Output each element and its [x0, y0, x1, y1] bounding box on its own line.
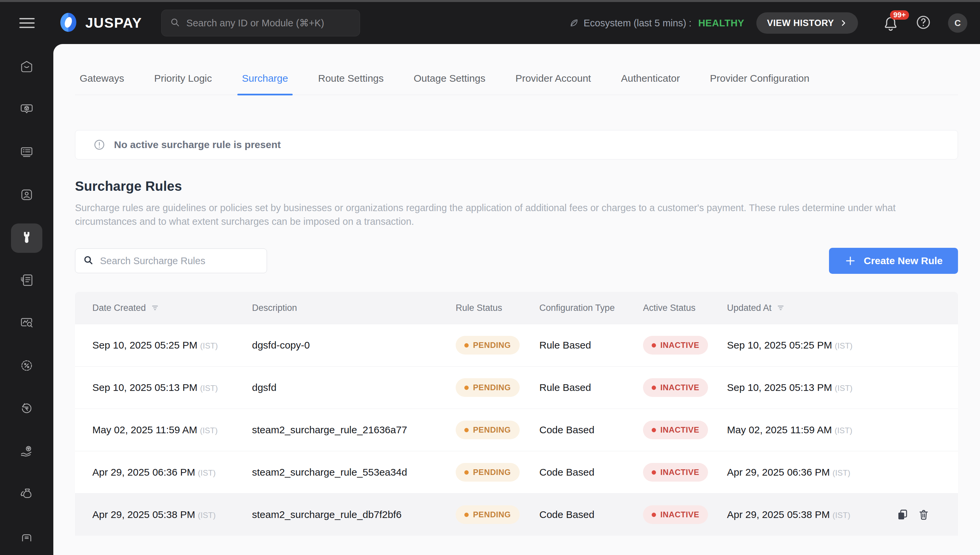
cell-updated-at: May 02, 2025 11:59 AM(IST) [727, 424, 892, 436]
rule-status-badge: PENDING [456, 336, 520, 354]
cell-active-status: INACTIVE [643, 336, 727, 354]
user-avatar[interactable]: C [948, 13, 967, 33]
sidebar-item-collections[interactable] [11, 473, 42, 516]
status-dot [652, 386, 656, 390]
cell-date-created: Sep 10, 2025 05:25 PM(IST) [92, 340, 252, 351]
create-new-rule-button[interactable]: Create New Rule [829, 248, 958, 274]
rule-search-input[interactable] [100, 255, 259, 266]
table-row[interactable]: Apr 29, 2025 05:38 PM(IST) steam2_surcha… [75, 493, 958, 536]
leaf-icon [569, 18, 579, 28]
cell-rule-status: PENDING [456, 463, 539, 482]
card-list-icon [19, 145, 34, 161]
alert-message: No active surcharge rule is present [114, 139, 281, 151]
sort-filter-icon[interactable] [776, 303, 785, 312]
cell-active-status: INACTIVE [643, 378, 727, 397]
chart-search-icon [19, 316, 34, 332]
copy-icon[interactable] [896, 508, 909, 521]
cell-active-status: INACTIVE [643, 463, 727, 482]
tab-priority-logic[interactable]: Priority Logic [149, 72, 216, 95]
cell-description: steam2_surcharge_rule_553ea34d [252, 467, 456, 478]
notifications-button[interactable]: 99+ [882, 15, 898, 31]
search-icon [169, 17, 180, 29]
column-rule-status: Rule Status [456, 303, 539, 313]
tab-surcharge[interactable]: Surcharge [237, 72, 293, 95]
tab-provider-configuration[interactable]: Provider Configuration [705, 72, 814, 95]
brand-logo: JUSPAY [59, 12, 142, 34]
main-panel: Gateways Priority Logic Surcharge Route … [53, 44, 980, 555]
timezone-label: (IST) [835, 341, 852, 350]
status-dot [464, 386, 468, 390]
tab-provider-account[interactable]: Provider Account [511, 72, 596, 95]
view-history-button[interactable]: VIEW HISTORY [756, 12, 858, 34]
money-bag-icon [19, 486, 34, 502]
sidebar-item-home[interactable] [11, 46, 42, 89]
plus-icon [844, 255, 856, 267]
column-configuration-type: Configuration Type [539, 303, 643, 313]
sort-filter-icon[interactable] [151, 303, 159, 312]
sidebar [0, 44, 53, 555]
table-row[interactable]: May 02, 2025 11:59 AM(IST) steam2_surcha… [75, 409, 958, 451]
ecosystem-label: Ecosystem (last 5 mins) : [584, 18, 692, 29]
sidebar-item-invoices[interactable] [11, 260, 42, 302]
create-new-rule-label: Create New Rule [864, 255, 943, 266]
status-dot [464, 513, 468, 517]
global-search[interactable] [161, 10, 360, 36]
table-header: Date Created Description Rule Status Con… [75, 292, 958, 324]
card-partial-icon [19, 531, 34, 543]
invoice-rupee-icon [19, 273, 34, 289]
active-status-badge: INACTIVE [643, 378, 708, 397]
sidebar-item-refunds[interactable] [11, 388, 42, 430]
sidebar-item-products[interactable] [11, 89, 42, 132]
rule-status-badge: PENDING [456, 505, 520, 524]
active-status-badge: INACTIVE [643, 420, 708, 439]
sidebar-item-orders[interactable] [11, 132, 42, 174]
tab-route-settings[interactable]: Route Settings [313, 72, 388, 95]
topbar: JUSPAY Ecosystem (last 5 mins) : HEALTHY… [0, 2, 980, 44]
sidebar-item-settlements[interactable] [11, 430, 42, 473]
cell-updated-at: Sep 10, 2025 05:25 PM(IST) [727, 340, 892, 351]
no-active-rule-alert: No active surcharge rule is present [75, 130, 958, 159]
rule-search[interactable] [75, 249, 267, 273]
timezone-label: (IST) [198, 468, 216, 477]
cell-date-created: Apr 29, 2025 06:36 PM(IST) [92, 467, 252, 478]
tab-outage-settings[interactable]: Outage Settings [409, 72, 490, 95]
cell-date-created: May 02, 2025 11:59 AM(IST) [92, 424, 252, 436]
table-row[interactable]: Apr 29, 2025 06:36 PM(IST) steam2_surcha… [75, 451, 958, 493]
delete-icon[interactable] [917, 508, 930, 521]
hamburger-menu-icon[interactable] [19, 18, 35, 28]
home-icon [19, 59, 34, 75]
sidebar-item-offers[interactable] [11, 345, 42, 388]
rule-status-badge: PENDING [456, 463, 520, 482]
rule-status-badge: PENDING [456, 420, 520, 439]
alert-circle-icon [93, 139, 106, 151]
global-search-input[interactable] [186, 18, 352, 29]
cell-updated-at: Sep 10, 2025 05:13 PM(IST) [727, 382, 892, 393]
cell-description: dgsfd-copy-0 [252, 340, 456, 351]
notification-count-badge: 99+ [890, 10, 909, 20]
table-body: Sep 10, 2025 05:25 PM(IST) dgsfd-copy-0 … [75, 324, 958, 536]
cell-configuration-type: Code Based [539, 467, 643, 478]
cell-configuration-type: Rule Based [539, 382, 643, 393]
table-row[interactable]: Sep 10, 2025 05:25 PM(IST) dgsfd-copy-0 … [75, 324, 958, 366]
sidebar-item-customers[interactable] [11, 174, 42, 217]
tab-gateways[interactable]: Gateways [75, 72, 129, 95]
tab-authenticator[interactable]: Authenticator [616, 72, 685, 95]
column-description: Description [252, 303, 456, 313]
timezone-label: (IST) [835, 426, 852, 435]
help-button[interactable] [915, 14, 931, 32]
sidebar-item-configuration[interactable] [11, 217, 42, 260]
search-icon [83, 255, 94, 267]
rule-status-badge: PENDING [456, 378, 520, 397]
package-chat-icon [19, 102, 34, 118]
juspay-logo-icon [59, 12, 78, 34]
sidebar-item-cards[interactable] [11, 516, 42, 555]
wrench-icon [19, 230, 34, 246]
table-row[interactable]: Sep 10, 2025 05:13 PM(IST) dgsfd PENDING… [75, 366, 958, 409]
surcharge-rules-table: Date Created Description Rule Status Con… [75, 292, 958, 536]
sidebar-item-analytics[interactable] [11, 302, 42, 345]
timezone-label: (IST) [833, 511, 851, 520]
status-dot [464, 343, 468, 348]
active-status-badge: INACTIVE [643, 505, 708, 524]
cell-rule-status: PENDING [456, 505, 539, 524]
page-title: Surcharge Rules [75, 179, 958, 194]
